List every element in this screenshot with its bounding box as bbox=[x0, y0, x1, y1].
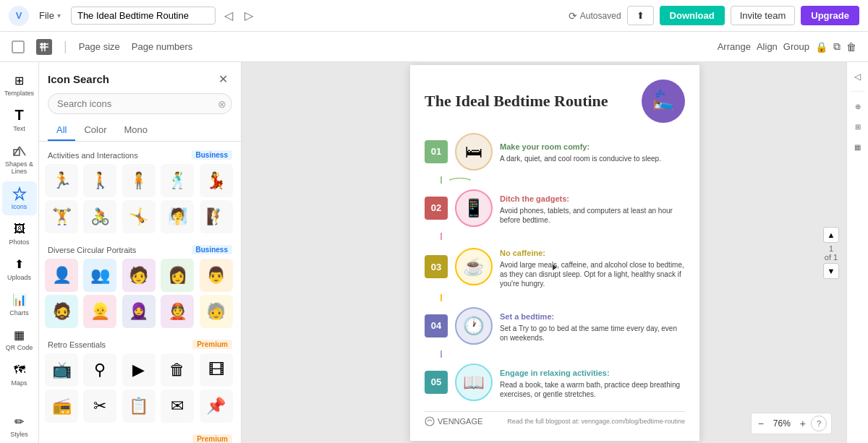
search-input[interactable] bbox=[48, 93, 232, 114]
icon-panel-scroll[interactable]: Activities and Interactions Business 🏃 🚶… bbox=[39, 147, 241, 443]
zoom-reset-button[interactable]: ⊞ bbox=[849, 118, 867, 135]
sidebar-item-shapes[interactable]: Shapes & Lines bbox=[2, 139, 37, 181]
delete-icon[interactable]: 🗑 bbox=[846, 41, 856, 53]
list-item[interactable]: 👲 bbox=[161, 295, 194, 328]
select-all-checkbox[interactable] bbox=[12, 40, 25, 53]
sidebar-item-text[interactable]: T Text bbox=[2, 103, 37, 137]
list-item[interactable]: 📌 bbox=[200, 390, 233, 423]
list-item[interactable]: 📺 bbox=[45, 353, 78, 387]
tab-color[interactable]: Color bbox=[75, 120, 115, 141]
file-menu[interactable]: File ▾ bbox=[35, 7, 65, 24]
page-size-label[interactable]: Page size bbox=[79, 41, 120, 52]
charts-icon: 📊 bbox=[12, 292, 27, 308]
zoom-fit-button[interactable]: ⊕ bbox=[849, 98, 867, 115]
list-item[interactable]: 🏃 bbox=[45, 164, 78, 197]
download-button[interactable]: Download bbox=[660, 6, 725, 25]
step-item-1: 01 🛏 Make your room comfy: A dark, quiet… bbox=[425, 133, 685, 171]
zoom-out-button[interactable]: − bbox=[756, 418, 766, 429]
step-circle-1: 🛏 bbox=[455, 133, 493, 171]
list-item[interactable]: 🧑 bbox=[122, 259, 156, 292]
collapse-panel-button[interactable]: ◁ bbox=[849, 68, 867, 85]
qrcode-icon: ▦ bbox=[12, 327, 27, 343]
list-item[interactable]: 👤 bbox=[45, 259, 78, 292]
invite-team-button[interactable]: Invite team bbox=[731, 6, 796, 25]
qrcode-label: QR Code bbox=[6, 344, 33, 352]
sidebar-item-photos[interactable]: 🖼 Photos bbox=[2, 217, 37, 251]
list-item[interactable]: 👩 bbox=[161, 259, 194, 292]
templates-label: Templates bbox=[4, 90, 34, 98]
list-item[interactable]: 🚶 bbox=[83, 164, 116, 197]
grid-toggle-button[interactable]: ▦ bbox=[849, 138, 867, 155]
list-item[interactable]: 📻 bbox=[45, 390, 78, 423]
sidebar-item-uploads[interactable]: ⬆ Uploads bbox=[2, 252, 37, 286]
maps-label: Maps bbox=[11, 379, 27, 387]
list-item[interactable]: 🕺 bbox=[161, 164, 194, 197]
list-item[interactable]: 👱 bbox=[83, 295, 116, 328]
step-num-1: 01 bbox=[425, 140, 448, 163]
undo-button[interactable]: ◁ bbox=[221, 6, 236, 25]
section-retro-header: Retro Essentials Premium bbox=[45, 337, 235, 353]
lock-icon[interactable]: 🔒 bbox=[815, 41, 827, 53]
list-item[interactable]: 💃 bbox=[200, 164, 233, 197]
share-button[interactable]: ⬆ bbox=[627, 6, 654, 25]
list-item[interactable]: 🧗 bbox=[200, 200, 233, 233]
sidebar-item-templates[interactable]: ⊞ Templates bbox=[2, 68, 37, 102]
list-item[interactable]: 🧓 bbox=[200, 295, 233, 328]
zoom-value: 76% bbox=[769, 418, 795, 429]
maps-icon: 🗺 bbox=[12, 362, 27, 378]
tab-all[interactable]: All bbox=[48, 120, 75, 141]
sidebar-item-qrcode[interactable]: ▦ QR Code bbox=[2, 322, 37, 356]
sidebar-item-styles[interactable]: ✏ Styles bbox=[2, 409, 37, 443]
page-nav: ▲ 1 of 1 ▼ bbox=[823, 227, 839, 279]
list-item[interactable]: ✂ bbox=[83, 390, 116, 423]
list-item[interactable]: 🚴 bbox=[83, 200, 116, 233]
footer-logo: VENNGAGE bbox=[425, 416, 482, 426]
grid-view-button[interactable] bbox=[36, 39, 52, 55]
copy-icon[interactable]: ⧉ bbox=[833, 40, 841, 53]
icon-panel-title: Icon Search bbox=[48, 73, 214, 85]
list-item[interactable]: 🏋 bbox=[45, 200, 78, 233]
list-item[interactable]: 📋 bbox=[122, 390, 156, 423]
svg-line-6 bbox=[20, 147, 25, 155]
list-item[interactable]: 👨 bbox=[200, 259, 233, 292]
styles-icon: ✏ bbox=[12, 413, 27, 429]
list-item[interactable]: ▶ bbox=[122, 353, 156, 387]
svg-point-8 bbox=[425, 417, 434, 426]
text-label: Text bbox=[13, 125, 25, 133]
icon-panel-close-button[interactable]: ✕ bbox=[214, 71, 232, 87]
list-item[interactable]: 🧕 bbox=[122, 295, 156, 328]
list-item[interactable]: ⚲ bbox=[83, 353, 116, 387]
list-item[interactable]: 👥 bbox=[83, 259, 116, 292]
right-edge-panel: ◁ ⊕ ⊞ ▦ bbox=[846, 62, 868, 443]
list-item[interactable]: 🗑 bbox=[161, 353, 194, 387]
list-item[interactable]: 🤸 bbox=[122, 200, 156, 233]
sidebar-item-maps[interactable]: 🗺 Maps bbox=[2, 358, 37, 392]
shapes-icon bbox=[12, 143, 27, 159]
list-item[interactable]: ✉ bbox=[161, 390, 194, 423]
step-connector-1 bbox=[425, 176, 685, 184]
page-numbers-label[interactable]: Page numbers bbox=[132, 41, 193, 52]
group-button[interactable]: Group bbox=[783, 41, 809, 52]
sidebar-item-icons[interactable]: Icons bbox=[2, 181, 37, 215]
left-sidebar: ⊞ Templates T Text Shapes & Lines Icons … bbox=[0, 62, 39, 443]
list-item[interactable]: 🧍 bbox=[122, 164, 156, 197]
zoom-controls: − 76% + ? bbox=[751, 413, 832, 434]
page-nav-down[interactable]: ▼ bbox=[823, 263, 839, 279]
document-title-input[interactable] bbox=[71, 7, 216, 25]
upgrade-button[interactable]: Upgrade bbox=[801, 6, 859, 25]
list-item[interactable]: 🧔 bbox=[45, 295, 78, 328]
zoom-help-button[interactable]: ? bbox=[811, 416, 827, 431]
canvas-area[interactable]: The Ideal Bedtime Routine 🛌 💤 01 🛏 Make … bbox=[242, 62, 868, 443]
align-button[interactable]: Align bbox=[757, 41, 778, 52]
page-nav-up[interactable]: ▲ bbox=[823, 227, 839, 243]
sidebar-item-charts[interactable]: 📊 Charts bbox=[2, 288, 37, 322]
tab-mono[interactable]: Mono bbox=[116, 120, 157, 141]
shapes-label: Shapes & Lines bbox=[5, 160, 34, 176]
zoom-in-button[interactable]: + bbox=[798, 418, 808, 429]
search-clear-icon[interactable]: ⊗ bbox=[218, 98, 226, 110]
arrange-button[interactable]: Arrange bbox=[718, 41, 751, 52]
sleep-icon: 🛌 💤 bbox=[642, 79, 685, 123]
list-item[interactable]: 🎞 bbox=[200, 353, 233, 387]
redo-button[interactable]: ▷ bbox=[242, 6, 256, 25]
list-item[interactable]: 🧖 bbox=[161, 200, 194, 233]
